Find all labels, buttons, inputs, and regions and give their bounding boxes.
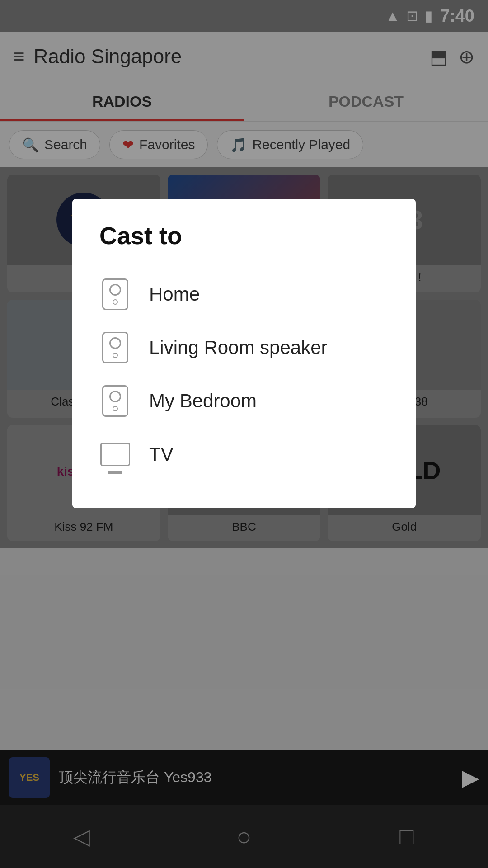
cast-item-home-icon [99,278,131,310]
cast-item-bedroom-icon [99,385,131,417]
dialog-overlay[interactable]: Cast to Home Living Room speaker [0,0,488,868]
cast-item-tv[interactable]: TV [99,428,389,481]
cast-item-tv-icon [99,439,131,470]
cast-item-home[interactable]: Home [99,268,389,321]
cast-item-bedroom-label: My Bedroom [149,390,257,412]
cast-dialog-title: Cast to [99,222,389,250]
cast-item-living-room-label: Living Room speaker [149,337,328,359]
cast-item-home-label: Home [149,283,200,305]
cast-dialog: Cast to Home Living Room speaker [72,199,416,508]
cast-item-living-room[interactable]: Living Room speaker [99,321,389,374]
cast-item-bedroom[interactable]: My Bedroom [99,374,389,428]
cast-item-tv-label: TV [149,443,174,465]
cast-item-living-room-icon [99,332,131,363]
